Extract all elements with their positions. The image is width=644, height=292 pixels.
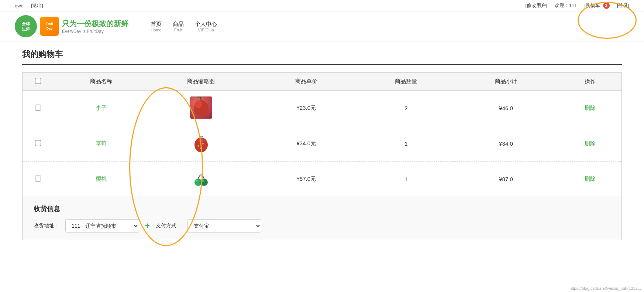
payment-select[interactable]: 支付宝 (187, 219, 261, 232)
shipping-title: 收货信息 (34, 204, 610, 213)
row-check-2 (23, 126, 54, 162)
delete-button-2[interactable]: 删除 (585, 140, 596, 146)
nav-vip[interactable]: 个人中心 VIP Club (195, 21, 217, 32)
header-top: qwe [退出] [修改用户] 欢迎：111 [购物车] 3 [登录] (0, 0, 644, 11)
delete-button-3[interactable]: 删除 (585, 176, 596, 182)
username: qwe (15, 3, 24, 9)
row-subtotal-3: ¥87.0 (454, 162, 559, 197)
welcome-text: 欢迎：111 (555, 2, 577, 9)
fruit-image-strawberry (190, 132, 212, 154)
row-checkbox-1[interactable] (35, 105, 41, 111)
svg-point-1 (194, 99, 202, 108)
plus-icon: + (145, 221, 150, 231)
fruit-image-plum (190, 96, 212, 119)
svg-point-7 (202, 143, 204, 145)
table-row: 李子 ¥2 (23, 91, 622, 126)
logo-slogan: 只为一份极致的新鲜 EveryDay is FruitDay (62, 19, 128, 34)
col-qty-header: 商品数量 (359, 73, 453, 91)
row-price-2: ¥34.0元 (254, 126, 359, 162)
logout-link[interactable]: [退出] (31, 2, 43, 9)
row-name-1: 李子 (54, 91, 148, 126)
svg-point-8 (200, 147, 201, 149)
page-title: 我的购物车 (22, 49, 622, 60)
svg-point-11 (196, 180, 198, 182)
col-check-header (23, 73, 54, 91)
delete-button-1[interactable]: 删除 (585, 105, 596, 111)
nav-links: 首页 Home 商品 Fruit 个人中心 VIP Club (151, 21, 217, 32)
cart-table-wrapper: 商品名称 商品缩略图 商品单价 商品数量 商品小计 操作 (22, 72, 622, 197)
col-name-header: 商品名称 (54, 73, 148, 91)
row-subtotal-1: ¥46.0 (454, 91, 559, 126)
col-subtotal-header: 商品小计 (454, 73, 559, 91)
header-user-area: qwe [退出] (15, 2, 43, 9)
table-row: 樱桃 (23, 162, 622, 197)
logo-fruit-day: Fruit Day (40, 17, 59, 36)
row-subtotal-2: ¥34.0 (454, 126, 559, 162)
svg-point-12 (202, 180, 204, 182)
row-qty-3: 1 (359, 162, 453, 197)
login-link[interactable]: [登录] (617, 2, 629, 9)
shipping-section: 收货信息 收货地址： 111---辽宁省抚顺市 + 支付方式： 支付宝 (22, 197, 622, 240)
fruit-image-cherry (190, 167, 212, 190)
row-action-2: 删除 (559, 126, 622, 162)
cart-badge-count: 3 (603, 2, 610, 9)
col-price-header: 商品单价 (254, 73, 359, 91)
svg-point-10 (200, 179, 208, 186)
row-checkbox-2[interactable] (35, 140, 41, 146)
payment-label: 支付方式： (156, 223, 182, 229)
svg-point-6 (197, 145, 199, 147)
shipping-row: 收货地址： 111---辽宁省抚顺市 + 支付方式： 支付宝 (34, 219, 610, 232)
svg-line-2 (200, 97, 201, 100)
row-check-3 (23, 162, 54, 197)
row-thumb-1 (148, 91, 254, 126)
row-qty-2: 1 (359, 126, 453, 162)
logo-area: 全球 生鲜 Fruit Day 只为一份极致的新鲜 EveryDay is Fr… (15, 15, 128, 37)
row-price-1: ¥23.0元 (254, 91, 359, 126)
title-divider (22, 64, 622, 65)
row-thumb-3 (148, 162, 254, 197)
navbar: 全球 生鲜 Fruit Day 只为一份极致的新鲜 EveryDay is Fr… (0, 11, 644, 41)
select-all-checkbox[interactable] (35, 78, 41, 84)
main-content: 我的购物车 商品名称 商品缩略图 商品单价 (0, 41, 644, 248)
row-check-1 (23, 91, 54, 126)
col-thumb-header: 商品缩略图 (148, 73, 254, 91)
cart-link[interactable]: [购物车] 3 (585, 2, 610, 9)
row-thumb-2 (148, 126, 254, 162)
row-price-3: ¥87.0元 (254, 162, 359, 197)
nav-home[interactable]: 首页 Home (151, 21, 162, 32)
row-checkbox-3[interactable] (35, 176, 41, 181)
address-label: 收货地址： (34, 223, 59, 229)
row-name-2: 草莓 (54, 126, 148, 162)
row-name-3: 樱桃 (54, 162, 148, 197)
row-action-3: 删除 (559, 162, 622, 197)
cart-table: 商品名称 商品缩略图 商品单价 商品数量 商品小计 操作 (22, 72, 622, 197)
table-row: 草莓 (23, 126, 622, 162)
logo-circle: 全球 生鲜 (15, 15, 37, 37)
row-qty-1: 2 (359, 91, 453, 126)
col-action-header: 操作 (559, 73, 622, 91)
nav-fruit[interactable]: 商品 Fruit (173, 21, 184, 32)
row-action-1: 删除 (559, 91, 622, 126)
modify-user-link[interactable]: [修改用户] (526, 2, 547, 9)
address-select[interactable]: 111---辽宁省抚顺市 (65, 219, 139, 232)
table-header-row: 商品名称 商品缩略图 商品单价 商品数量 商品小计 操作 (23, 73, 622, 91)
